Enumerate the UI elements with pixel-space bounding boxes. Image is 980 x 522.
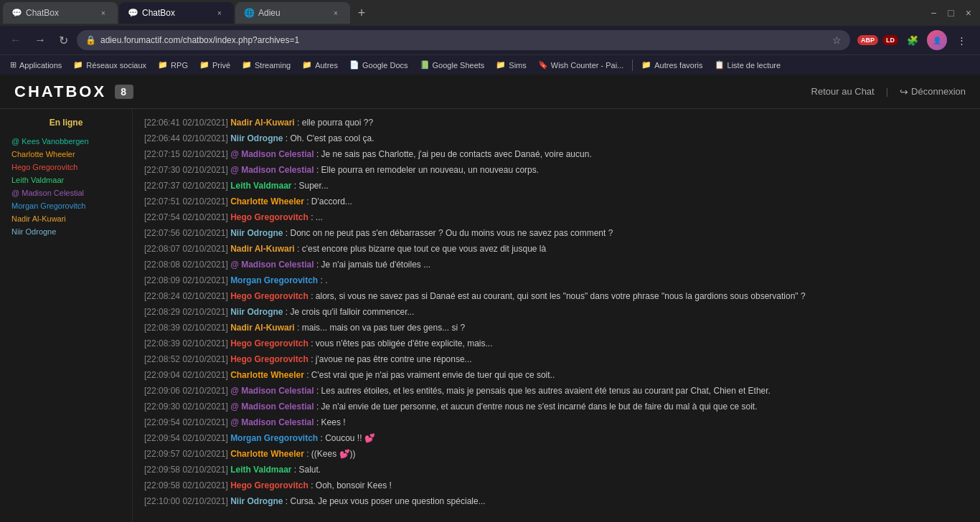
message-21: [22:09:54 02/10/2021] Morgan Gregorovitc… bbox=[144, 430, 969, 446]
msg-author[interactable]: Charlotte Wheeler bbox=[230, 370, 304, 380]
msg-text: : C'est vrai que je n'ai pas vraiment en… bbox=[306, 370, 555, 380]
deconnexion-link[interactable]: ↪ Déconnexion bbox=[900, 86, 966, 98]
bookmark-gdocs[interactable]: 📄 Google Docs bbox=[345, 59, 413, 71]
msg-timestamp: [22:09:57 02/10/2021] bbox=[144, 449, 228, 459]
tab-close-2[interactable]: × bbox=[214, 7, 225, 19]
back-button[interactable]: ← bbox=[6, 31, 26, 49]
msg-author[interactable]: Hego Gregorovitch bbox=[230, 212, 308, 222]
user-item-nadir[interactable]: Nadir Al-Kuwari bbox=[6, 212, 126, 225]
tab-label-3: Adieu bbox=[258, 8, 326, 18]
extensions-icon[interactable]: 🧩 bbox=[903, 30, 923, 50]
msg-author[interactable]: Nadir Al-Kuwari bbox=[230, 118, 295, 128]
tab-chatbox-2[interactable]: 💬 ChatBox × bbox=[119, 2, 234, 24]
ld-badge[interactable]: LD bbox=[882, 35, 898, 45]
user-item-charlotte[interactable]: Charlotte Wheeler bbox=[6, 148, 126, 161]
msg-author[interactable]: Hego Gregorovitch bbox=[230, 354, 308, 364]
tab-chatbox-1[interactable]: 💬 ChatBox × bbox=[3, 2, 118, 24]
refresh-button[interactable]: ↻ bbox=[55, 31, 72, 50]
msg-timestamp: [22:06:41 02/10/2021] bbox=[144, 118, 228, 128]
msg-text: : ((Kees 💕)) bbox=[306, 449, 355, 459]
deconnexion-icon: ↪ bbox=[900, 86, 908, 98]
msg-author[interactable]: @ Madison Celestial bbox=[230, 386, 314, 396]
msg-author[interactable]: @ Madison Celestial bbox=[230, 417, 314, 427]
user-item-madison[interactable]: @ Madison Celestial bbox=[6, 186, 126, 199]
msg-author[interactable]: @ Madison Celestial bbox=[230, 402, 314, 412]
message-5: [22:07:37 02/10/2021] Leith Valdmaar : S… bbox=[144, 178, 969, 194]
msg-timestamp: [22:08:09 02/10/2021] bbox=[144, 275, 228, 285]
bookmark-gsheets[interactable]: 📗 Google Sheets bbox=[415, 59, 489, 71]
maximize-button[interactable]: □ bbox=[945, 4, 956, 22]
wish-icon: 🔖 bbox=[538, 60, 548, 70]
message-11: [22:08:09 02/10/2021] Morgan Gregorovitc… bbox=[144, 272, 969, 288]
page-content: CHATBOX 8 Retour au Chat | ↪ Déconnexion… bbox=[0, 75, 980, 522]
bookmark-star-icon[interactable]: ☆ bbox=[832, 34, 842, 46]
msg-author[interactable]: Niir Odrogne bbox=[230, 496, 283, 506]
bookmark-applications[interactable]: ⊞ Applications bbox=[6, 59, 66, 71]
msg-timestamp: [22:08:29 02/10/2021] bbox=[144, 307, 228, 317]
msg-author[interactable]: Leith Valdmaar bbox=[230, 181, 291, 191]
msg-author[interactable]: Nadir Al-Kuwari bbox=[230, 244, 295, 254]
url-bar[interactable]: 🔒 adieu.forumactif.com/chatbox/index.php… bbox=[77, 30, 850, 50]
msg-author[interactable]: Niir Odrogne bbox=[230, 133, 283, 143]
menu-icon[interactable]: ⋮ bbox=[951, 30, 971, 50]
msg-timestamp: [22:08:07 02/10/2021] bbox=[144, 244, 228, 254]
browser-chrome: 💬 ChatBox × 💬 ChatBox × 🌐 Adieu × + − □ … bbox=[0, 0, 980, 75]
msg-text: : Oh. C'est pas cool ça. bbox=[286, 133, 374, 143]
msg-author[interactable]: Niir Odrogne bbox=[230, 307, 283, 317]
profile-avatar[interactable]: 👤 bbox=[927, 30, 947, 50]
msg-author[interactable]: Hego Gregorovitch bbox=[230, 338, 308, 348]
forward-button[interactable]: → bbox=[30, 31, 50, 49]
docs-icon: 📄 bbox=[349, 60, 359, 70]
bookmark-autres[interactable]: 📁 Autres bbox=[298, 59, 342, 71]
retour-au-chat-link[interactable]: Retour au Chat bbox=[811, 86, 875, 97]
minimize-button[interactable]: − bbox=[928, 4, 939, 22]
msg-author[interactable]: Niir Odrogne bbox=[230, 228, 283, 238]
user-item-hego[interactable]: Hego Gregorovitch bbox=[6, 161, 126, 174]
tab-close-3[interactable]: × bbox=[330, 7, 341, 19]
bookmark-streaming[interactable]: 📁 Streaming bbox=[237, 59, 295, 71]
msg-timestamp: [22:09:30 02/10/2021] bbox=[144, 402, 228, 412]
msg-author[interactable]: Charlotte Wheeler bbox=[230, 196, 304, 207]
tab-adieu[interactable]: 🌐 Adieu × bbox=[235, 2, 350, 24]
message-3: [22:07:15 02/10/2021] @ Madison Celestia… bbox=[144, 146, 969, 162]
chat-area[interactable]: [22:06:41 02/10/2021] Nadir Al-Kuwari : … bbox=[133, 109, 980, 522]
bookmark-sims-label: Sims bbox=[509, 61, 526, 70]
adp-badge[interactable]: ABP bbox=[857, 35, 878, 45]
bookmark-liste-lecture[interactable]: 📋 Liste de lecture bbox=[710, 59, 786, 71]
close-button[interactable]: × bbox=[963, 4, 974, 22]
bookmark-autres-favoris[interactable]: 📁 Autres favoris bbox=[637, 59, 707, 71]
tab-close-1[interactable]: × bbox=[98, 7, 109, 19]
msg-author[interactable]: Hego Gregorovitch bbox=[230, 480, 308, 490]
bookmark-prive[interactable]: 📁 Privé bbox=[195, 59, 235, 71]
user-item-niir[interactable]: Niir Odrogne bbox=[6, 225, 126, 238]
msg-timestamp: [22:08:39 02/10/2021] bbox=[144, 323, 228, 333]
user-item-leith[interactable]: Leith Valdmaar bbox=[6, 174, 126, 186]
bookmark-rpg[interactable]: 📁 RPG bbox=[154, 59, 192, 71]
msg-author[interactable]: @ Madison Celestial bbox=[230, 149, 314, 159]
message-8: [22:07:56 02/10/2021] Niir Odrogne : Don… bbox=[144, 225, 969, 241]
msg-author[interactable]: Hego Gregorovitch bbox=[230, 291, 308, 301]
new-tab-button[interactable]: + bbox=[352, 3, 372, 23]
msg-author[interactable]: @ Madison Celestial bbox=[230, 165, 314, 175]
msg-text: : vous n'êtes pas obligée d'être explici… bbox=[311, 338, 492, 348]
bookmark-sims[interactable]: 📁 Sims bbox=[491, 59, 530, 71]
msg-timestamp: [22:08:24 02/10/2021] bbox=[144, 291, 228, 301]
msg-author[interactable]: Nadir Al-Kuwari bbox=[230, 323, 295, 333]
bookmark-reseaux[interactable]: 📁 Réseaux sociaux bbox=[69, 59, 151, 71]
message-9: [22:08:07 02/10/2021] Nadir Al-Kuwari : … bbox=[144, 241, 969, 257]
folder-icon-5: 📁 bbox=[302, 60, 312, 70]
bookmark-wish[interactable]: 🔖 Wish Counter - Pai... bbox=[534, 59, 628, 71]
msg-timestamp: [22:07:15 02/10/2021] bbox=[144, 149, 228, 159]
msg-author[interactable]: Charlotte Wheeler bbox=[230, 449, 304, 459]
msg-author[interactable]: Morgan Gregorovitch bbox=[230, 433, 318, 443]
msg-timestamp: [22:08:39 02/10/2021] bbox=[144, 338, 228, 348]
user-item-kees[interactable]: @ Kees Vanobbergen bbox=[6, 135, 126, 148]
message-10: [22:08:08 02/10/2021] @ Madison Celestia… bbox=[144, 257, 969, 272]
msg-author[interactable]: Leith Valdmaar bbox=[230, 465, 291, 475]
user-item-morgan[interactable]: Morgan Gregorovitch bbox=[6, 199, 126, 212]
msg-author[interactable]: @ Madison Celestial bbox=[230, 260, 314, 270]
msg-author[interactable]: Morgan Gregorovitch bbox=[230, 275, 318, 285]
deconnexion-label: Déconnexion bbox=[911, 86, 966, 97]
message-7: [22:07:54 02/10/2021] Hego Gregorovitch … bbox=[144, 209, 969, 225]
url-text: adieu.forumactif.com/chatbox/index.php?a… bbox=[100, 35, 828, 45]
